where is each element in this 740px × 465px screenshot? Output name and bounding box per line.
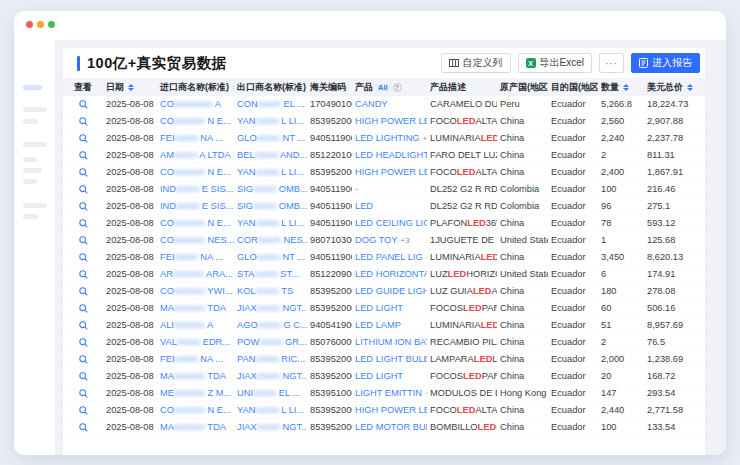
cell-exporter[interactable]: YANmmm L LI... — [234, 167, 307, 177]
product-link[interactable]: HIGH POWER LED F — [355, 405, 427, 415]
cell-importer[interactable]: COmmmm N E... — [157, 218, 234, 228]
view-button[interactable] — [63, 151, 103, 160]
cell-exporter[interactable]: AGOmmm G C... — [234, 320, 307, 330]
cell-exporter[interactable]: CONmmm EL ... — [234, 99, 307, 109]
maximize-window-icon[interactable] — [48, 21, 55, 28]
cell-exporter[interactable]: JIAXmmm NGT... — [234, 422, 307, 432]
product-filter-all-badge[interactable]: All — [376, 83, 390, 92]
view-button[interactable] — [63, 287, 103, 296]
cell-importer[interactable]: COmmmm N E... — [157, 405, 234, 415]
view-magnifier-icon — [79, 389, 88, 398]
cell-exporter[interactable]: YANmmm L LI... — [234, 405, 307, 415]
view-button[interactable] — [63, 117, 103, 126]
view-button[interactable] — [63, 304, 103, 313]
view-button[interactable] — [63, 338, 103, 347]
cell-exporter[interactable]: SIGmmm OMB... — [234, 201, 307, 211]
product-link[interactable]: LED GUIDE LIGHT T — [355, 286, 427, 296]
cell-importer[interactable]: FEImmm NA ... — [157, 133, 234, 143]
product-link[interactable]: LED — [355, 201, 373, 211]
product-link[interactable]: DOG TOY — [355, 235, 398, 245]
cell-exporter[interactable]: JIAXmmm NGT... — [234, 371, 307, 381]
cell-importer[interactable]: FEImmm NA ... — [157, 252, 234, 262]
cell-importer[interactable]: FEImmm NA ... — [157, 354, 234, 364]
cell-importer[interactable]: COmmmm N E... — [157, 167, 234, 177]
view-button[interactable] — [63, 321, 103, 330]
view-button[interactable] — [63, 219, 103, 228]
product-link[interactable]: LIGHT EMITTIN — [355, 388, 422, 398]
product-link[interactable]: HIGH POWER LED F — [355, 167, 427, 177]
cell-usd-total: 278.08 — [644, 286, 705, 296]
cell-exporter[interactable]: BELmmm AND... — [234, 150, 307, 160]
view-button[interactable] — [63, 389, 103, 398]
cell-importer[interactable]: MAmmmm TDA — [157, 303, 234, 313]
column-header-quantity[interactable]: 数量 — [598, 81, 644, 94]
product-link[interactable]: LED HEADLIGHT — [355, 150, 427, 160]
customize-columns-button[interactable]: 自定义列 — [441, 53, 511, 73]
cell-exporter[interactable]: UNImmm EL ... — [234, 388, 307, 398]
more-products-badge[interactable]: +3 — [401, 236, 410, 245]
view-button[interactable] — [63, 253, 103, 262]
cell-exporter[interactable]: POWmmm GR... — [234, 337, 307, 347]
cell-exporter[interactable]: SIGmmm OMB... — [234, 184, 307, 194]
column-header-date[interactable]: 日期 — [103, 81, 157, 94]
minimize-window-icon[interactable] — [37, 21, 44, 28]
product-link[interactable]: HIGH POWER LED F — [355, 116, 427, 126]
view-button[interactable] — [63, 270, 103, 279]
more-actions-button[interactable]: ··· — [599, 53, 624, 73]
cell-importer[interactable]: COmmmmm A — [157, 99, 234, 109]
product-link[interactable]: LED LIGHT — [355, 371, 403, 381]
view-button[interactable] — [63, 134, 103, 143]
view-button[interactable] — [63, 423, 103, 432]
column-header-exporter[interactable]: 出口商名称(标准) — [234, 81, 307, 94]
cell-exporter[interactable]: YANmmm L LI... — [234, 218, 307, 228]
cell-exporter[interactable]: PANmmm RIC... — [234, 354, 307, 364]
cell-importer[interactable]: COmmmm YWI... — [157, 286, 234, 296]
sort-carets-icon[interactable] — [128, 84, 134, 91]
cell-importer[interactable]: INDmmm E SIS... — [157, 201, 234, 211]
product-link[interactable]: CANDY — [355, 99, 388, 109]
cell-exporter[interactable]: YANmmm L LI... — [234, 116, 307, 126]
column-header-usd[interactable]: 美元总价 — [644, 81, 705, 94]
product-link[interactable]: LED HORIZONTAL L — [355, 269, 427, 279]
cell-exporter[interactable]: STAmmm ST... — [234, 269, 307, 279]
cell-importer[interactable]: COmmmm N E... — [157, 116, 234, 126]
cell-importer[interactable]: INDmmm E SIS... — [157, 184, 234, 194]
column-header-importer[interactable]: 进口商名称(标准) — [157, 81, 234, 94]
sort-carets-icon[interactable] — [623, 84, 629, 91]
product-link[interactable]: LITHIUM ION BATTE — [355, 337, 427, 347]
cell-importer[interactable]: ARmmmm ARA... — [157, 269, 234, 279]
view-button[interactable] — [63, 236, 103, 245]
product-link[interactable]: LED LIGHTING — [355, 133, 420, 143]
product-link[interactable]: LED LIGHT — [355, 303, 403, 313]
product-link[interactable]: LED CEILING LIGHT — [355, 218, 427, 228]
product-link[interactable]: LED LAMP — [355, 320, 401, 330]
view-button[interactable] — [63, 100, 103, 109]
cell-exporter[interactable]: GLOmmm NT ... — [234, 252, 307, 262]
cell-exporter[interactable]: GLOmmm NT ... — [234, 133, 307, 143]
view-button[interactable] — [63, 355, 103, 364]
close-window-icon[interactable] — [26, 21, 33, 28]
cell-importer[interactable]: VALmmm EDR... — [157, 337, 234, 347]
view-button[interactable] — [63, 168, 103, 177]
cell-importer[interactable]: ALImmmm A — [157, 320, 234, 330]
view-button[interactable] — [63, 185, 103, 194]
sort-carets-icon[interactable] — [687, 84, 693, 91]
view-button[interactable] — [63, 372, 103, 381]
cell-importer[interactable]: AMmmm A LTDA — [157, 150, 234, 160]
cell-exporter[interactable]: CORmmm NES... — [234, 235, 307, 245]
cell-exporter[interactable]: KOLmmm TS — [234, 286, 307, 296]
cell-importer[interactable]: COmmmm NES... — [157, 235, 234, 245]
cell-importer[interactable]: MAmmmm TDA — [157, 422, 234, 432]
view-button[interactable] — [63, 202, 103, 211]
enter-report-button[interactable]: 进入报告 — [631, 53, 700, 73]
help-icon[interactable]: ? — [393, 83, 402, 92]
cell-importer[interactable]: MEmmmm Z M... — [157, 388, 234, 398]
view-button[interactable] — [63, 406, 103, 415]
product-link[interactable]: LED PANEL LIG — [355, 252, 423, 262]
product-link[interactable]: LED LIGHT BULB — [355, 354, 427, 364]
cell-exporter[interactable]: JIAXmmm NGT... — [234, 303, 307, 313]
product-link[interactable]: LED MOTOR BULB — [355, 422, 427, 432]
export-excel-button[interactable]: X 导出Excel — [518, 53, 592, 73]
column-header-product[interactable]: 产品All? — [352, 81, 427, 94]
cell-importer[interactable]: MAmmmm TDA — [157, 371, 234, 381]
